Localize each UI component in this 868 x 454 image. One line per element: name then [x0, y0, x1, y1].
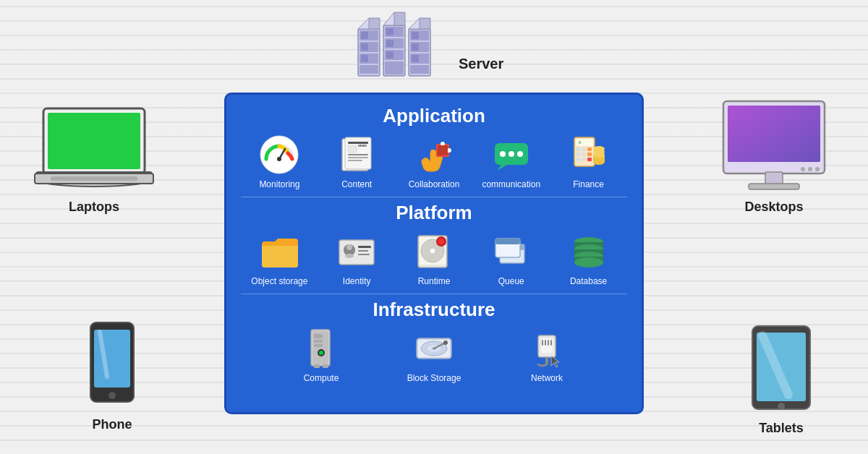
content-icon: NEWS [335, 133, 378, 176]
collaboration-item: Collaboration [401, 133, 467, 189]
svg-text:NEWS: NEWS [358, 144, 367, 147]
svg-rect-60 [582, 158, 586, 161]
svg-point-135 [778, 403, 785, 410]
finance-label: Finance [573, 179, 604, 189]
object-storage-label: Object storage [251, 276, 307, 286]
laptops-icon [29, 101, 159, 195]
svg-rect-71 [358, 246, 371, 248]
server-label: Server [459, 56, 503, 72]
finance-icon: $ [567, 133, 610, 176]
phone-device: Phone [80, 319, 145, 432]
identity-icon [335, 230, 378, 273]
desktops-device: Desktops [709, 94, 839, 215]
database-item: Database [556, 230, 621, 286]
svg-rect-4 [359, 65, 378, 74]
svg-rect-61 [587, 158, 592, 161]
svg-rect-112 [550, 340, 552, 346]
svg-rect-72 [358, 250, 368, 252]
svg-point-127 [815, 167, 820, 171]
svg-rect-40 [348, 160, 362, 161]
communication-item: communication [479, 133, 544, 189]
svg-rect-109 [542, 340, 543, 346]
svg-rect-24 [410, 65, 429, 74]
block-storage-item: Block Storage [401, 327, 467, 383]
svg-rect-83 [495, 239, 520, 244]
collaboration-label: Collaboration [409, 179, 460, 189]
monitoring-icon [258, 133, 301, 176]
svg-point-49 [517, 151, 523, 157]
database-icon [567, 230, 610, 273]
database-label: Database [570, 276, 607, 286]
svg-point-79 [438, 239, 444, 244]
svg-marker-46 [497, 165, 507, 171]
svg-point-48 [509, 151, 514, 157]
svg-rect-38 [348, 154, 368, 155]
svg-rect-57 [582, 153, 586, 156]
object-storage-icon [258, 230, 301, 273]
compute-label: Compute [304, 373, 339, 383]
laptops-label: Laptops [69, 200, 119, 215]
svg-rect-26 [412, 43, 419, 51]
svg-rect-73 [358, 254, 370, 255]
svg-rect-14 [385, 61, 404, 74]
svg-rect-17 [386, 51, 393, 59]
platform-title: Platform [234, 202, 634, 224]
svg-point-66 [593, 146, 605, 152]
tablets-label: Tablets [759, 421, 804, 436]
communication-label: communication [482, 179, 540, 189]
runtime-icon [412, 230, 456, 273]
monitoring-item: Monitoring [247, 133, 312, 189]
desktops-icon [709, 94, 839, 195]
svg-marker-9 [369, 18, 380, 29]
svg-point-131 [109, 392, 116, 399]
application-icons-row: Monitoring NEWS [234, 133, 634, 189]
svg-point-106 [443, 340, 448, 345]
phone-icon [80, 319, 145, 413]
svg-point-90 [574, 257, 603, 267]
svg-rect-113 [545, 357, 548, 364]
svg-rect-25 [412, 32, 419, 39]
svg-rect-93 [314, 334, 323, 338]
identity-label: Identity [343, 276, 371, 286]
runtime-item: Runtime [401, 230, 467, 286]
svg-rect-58 [587, 153, 592, 156]
svg-rect-124 [749, 184, 799, 189]
svg-rect-36 [348, 145, 357, 153]
network-icon [525, 327, 569, 370]
infrastructure-icons-row: Compute [234, 327, 634, 383]
svg-rect-6 [361, 43, 368, 51]
queue-label: Queue [498, 276, 524, 286]
queue-item: Queue [479, 230, 544, 286]
svg-marker-29 [420, 18, 430, 29]
laptops-device: Laptops [29, 101, 159, 215]
platform-icons-row: Object storage [234, 230, 634, 286]
svg-point-77 [430, 248, 435, 254]
svg-point-32 [277, 157, 281, 161]
svg-point-126 [808, 167, 812, 171]
svg-rect-39 [348, 157, 368, 158]
svg-rect-5 [361, 32, 368, 39]
svg-rect-111 [548, 340, 549, 346]
application-title: Application [234, 105, 634, 127]
content-item: NEWS Content [324, 133, 389, 189]
tablets-icon [745, 322, 817, 416]
svg-rect-119 [51, 176, 137, 181]
network-item: Network [514, 327, 579, 383]
infrastructure-title: Infrastructure [234, 299, 634, 321]
desktops-label: Desktops [744, 200, 803, 215]
svg-rect-16 [386, 40, 393, 47]
runtime-label: Runtime [418, 276, 451, 286]
svg-rect-122 [728, 106, 820, 162]
queue-icon [490, 230, 533, 273]
svg-rect-98 [314, 364, 320, 368]
main-box: Application Monitoring [224, 93, 644, 414]
finance-item: $ [556, 133, 621, 189]
svg-rect-95 [314, 344, 323, 347]
svg-rect-44 [438, 145, 448, 155]
phone-label: Phone [92, 417, 132, 432]
svg-rect-56 [576, 153, 580, 156]
identity-item: Identity [324, 230, 389, 286]
svg-rect-94 [314, 340, 323, 343]
svg-point-97 [319, 351, 323, 355]
svg-rect-99 [323, 364, 328, 368]
